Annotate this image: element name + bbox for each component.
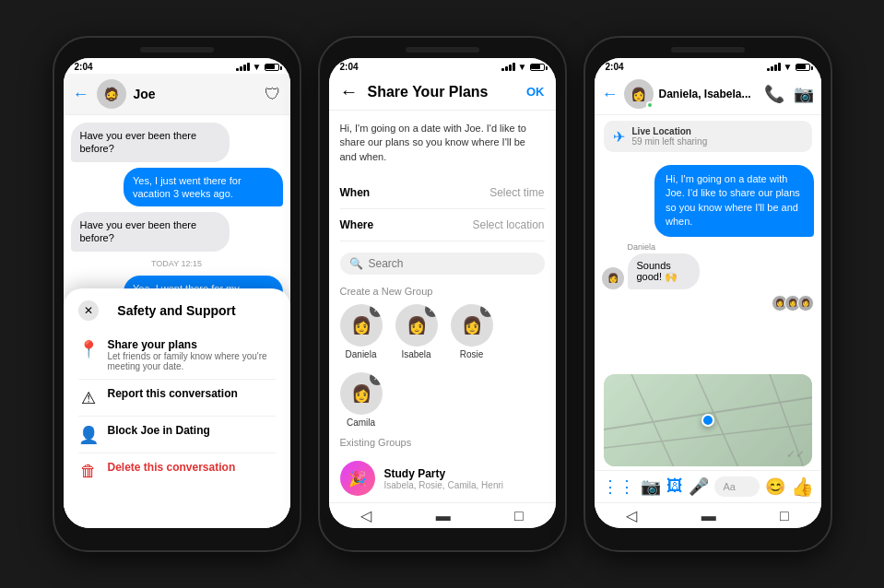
block-title: Block Joe in Dating xyxy=(108,424,210,437)
wifi-icon: ▼ xyxy=(253,62,262,72)
bar1-3 xyxy=(767,68,770,71)
phone-screen-3: 2:04 ▼ ← 👩 xyxy=(595,58,821,528)
existing-groups-label: Existing Groups xyxy=(340,437,545,448)
contact-name: Joe xyxy=(134,87,257,101)
contacts-row: 👩 ✕ Daniela 👩 ✕ Isabela xyxy=(340,304,545,428)
chat-header: ← 🧔 Joe 🛡 xyxy=(64,74,290,115)
share-plans-text: Share your plans Let friends or family k… xyxy=(108,338,276,371)
bar4-3 xyxy=(778,63,781,71)
where-field[interactable]: Where Select location xyxy=(340,209,545,241)
received-message-content: Daniela Sounds good! 🙌 xyxy=(628,242,725,289)
when-field[interactable]: When Select time xyxy=(340,177,545,209)
signal-bars-2 xyxy=(501,63,515,71)
emoji-button[interactable]: 😊 xyxy=(765,476,785,497)
search-box[interactable]: 🔍 xyxy=(340,253,545,275)
rosie-avatar: 👩 ✕ xyxy=(451,304,493,347)
header-action-icons: 📞 📷 xyxy=(764,84,814,104)
share-header: ← Share Your Plans OK xyxy=(329,74,556,111)
create-group-label: Create a New Group xyxy=(340,286,545,297)
group-avatars: 👩 👩 👩 xyxy=(775,295,814,312)
status-bar-3: 2:04 ▼ xyxy=(595,58,821,74)
when-label: When xyxy=(340,186,371,199)
phone-call-icon[interactable]: 📞 xyxy=(764,84,784,104)
status-icons-2: ▼ xyxy=(501,62,545,72)
phone-1: 2:04 ▼ ← 🧔 Joe 🛡 xyxy=(53,36,301,552)
close-button[interactable]: ✕ xyxy=(78,300,99,321)
bar3-3 xyxy=(774,65,777,71)
ok-button[interactable]: OK xyxy=(526,85,545,99)
location-subtitle: 59 min left sharing xyxy=(632,136,708,147)
apps-icon[interactable]: ⋮⋮ xyxy=(602,476,635,497)
mic-icon[interactable]: 🎤 xyxy=(689,476,709,497)
nav-recents-2[interactable]: □ xyxy=(514,508,524,524)
input-action-icons: ⋮⋮ 📷 🖼 🎤 xyxy=(602,476,709,497)
nav-back-3[interactable]: ◁ xyxy=(626,507,637,524)
share-back-button[interactable]: ← xyxy=(340,81,359,102)
share-body: Hi, I'm going on a date with Joe. I'd li… xyxy=(329,111,556,502)
battery-icon-3 xyxy=(796,64,810,71)
msg-2: Yes, I just went there for vacation 3 we… xyxy=(124,168,283,207)
location-title: Live Location xyxy=(632,126,708,136)
where-value: Select location xyxy=(472,218,544,231)
delete-item[interactable]: 🗑 Delete this conversation xyxy=(78,453,276,488)
warning-icon: ⚠ xyxy=(78,388,99,408)
shield-icon[interactable]: 🛡 xyxy=(265,85,281,104)
contact-camila: 👩 ✕ Camila xyxy=(340,372,383,428)
video-call-icon[interactable]: 📷 xyxy=(794,84,814,104)
overlay-header: ✕ Safety and Support xyxy=(78,303,276,318)
messenger-back-button[interactable]: ← xyxy=(602,85,619,104)
phone-notch-2 xyxy=(406,47,479,53)
report-text: Report this conversation xyxy=(108,387,238,400)
nav-recents-3[interactable]: □ xyxy=(780,508,789,524)
search-input[interactable] xyxy=(369,257,536,270)
nav-home-2[interactable]: ▬ xyxy=(436,508,451,524)
share-plans-title: Share your plans xyxy=(108,338,276,351)
received-message-1: Sounds good! 🙌 xyxy=(628,253,701,289)
bar4-2 xyxy=(513,63,515,71)
bar1 xyxy=(236,68,239,71)
sent-message-1: Hi, I'm going on a date with Joe. I'd li… xyxy=(654,165,814,237)
nav-back-2[interactable]: ◁ xyxy=(360,507,371,524)
daniela-avatar: 👩 ✕ xyxy=(340,304,383,347)
battery-icon-1 xyxy=(265,64,279,71)
status-icons-1: ▼ xyxy=(236,62,279,72)
input-placeholder: Aa xyxy=(724,481,736,492)
nav-home-3[interactable]: ▬ xyxy=(701,508,716,524)
messenger-header: ← 👩 Daniela, Isabela... 📞 📷 xyxy=(595,74,821,115)
phone-screen-2: 2:04 ▼ ← Share Your Plans OK xyxy=(329,58,556,528)
phone-3: 2:04 ▼ ← 👩 xyxy=(583,36,832,552)
location-bar: ✈ Live Location 59 min left sharing xyxy=(604,121,812,152)
wifi-icon-2: ▼ xyxy=(518,62,527,72)
block-item[interactable]: 👤 Block Joe in Dating xyxy=(78,417,276,453)
message-input[interactable]: Aa xyxy=(714,476,760,497)
search-icon: 🔍 xyxy=(349,257,363,270)
camera-icon[interactable]: 📷 xyxy=(641,476,661,497)
status-icons-3: ▼ xyxy=(767,62,810,72)
safety-overlay: ✕ Safety and Support 📍 Share your plans … xyxy=(64,288,290,528)
time-1: 2:04 xyxy=(75,62,93,72)
ga-3: 👩 xyxy=(797,295,814,312)
isabela-avatar: 👩 ✕ xyxy=(395,304,438,347)
wifi-icon-3: ▼ xyxy=(784,62,793,72)
status-bar-2: 2:04 ▼ xyxy=(329,58,556,74)
share-plans-item[interactable]: 📍 Share your plans Let friends or family… xyxy=(78,331,276,380)
bar1-2 xyxy=(501,68,504,71)
signal-bars-1 xyxy=(236,63,250,71)
share-description: Hi, I'm going on a date with Joe. I'd li… xyxy=(340,122,545,164)
nav-bar-2: ◁ ▬ □ xyxy=(329,502,556,528)
study-party-group[interactable]: 🎉 Study Party Isabela, Rosie, Camila, He… xyxy=(340,455,545,501)
phone-screen-1: 2:04 ▼ ← 🧔 Joe 🛡 xyxy=(64,58,290,528)
report-item[interactable]: ⚠ Report this conversation xyxy=(78,380,276,417)
nav-bar-3: ◁ ▬ □ xyxy=(595,502,821,528)
contact-avatar: 🧔 xyxy=(97,79,126,109)
location-pin-icon: 📍 xyxy=(78,339,99,359)
bar2-3 xyxy=(771,66,773,71)
map-check-icon: ✓✓ xyxy=(786,448,805,461)
camila-name: Camila xyxy=(347,417,375,428)
phone-2: 2:04 ▼ ← Share Your Plans OK xyxy=(318,36,567,552)
back-arrow-1[interactable]: ← xyxy=(73,85,89,104)
map-area: ✓✓ xyxy=(604,374,812,466)
like-button[interactable]: 👍 xyxy=(791,476,814,498)
gallery-icon[interactable]: 🖼 xyxy=(666,476,683,497)
bar3 xyxy=(243,65,246,71)
